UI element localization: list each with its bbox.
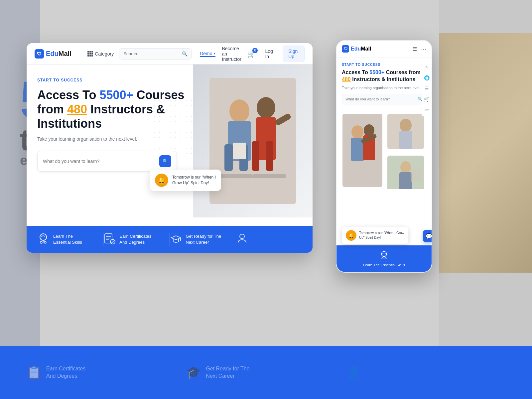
nav-links: Demo ▾ Become an Instructor <box>200 46 242 62</box>
svg-rect-35 <box>399 172 412 189</box>
svg-rect-3 <box>224 144 233 171</box>
mobile-sidebar-globe-icon[interactable]: 🌐 <box>424 75 430 80</box>
hero-illustration <box>209 78 296 204</box>
mobile-hero-section: START TO SUCCESS Access To 5500+ Courses… <box>336 58 432 114</box>
cert-icon <box>103 232 115 244</box>
mobile-people-2 <box>385 114 426 149</box>
svg-point-39 <box>382 257 383 259</box>
logo-text: EduMall <box>46 50 71 58</box>
mobile-people-3 <box>385 156 426 189</box>
start-success-label: START TO SUCCESS <box>37 78 197 82</box>
career-icon <box>170 232 182 247</box>
person-icon <box>236 232 248 247</box>
bg-right-image <box>439 33 532 273</box>
mobile-bottom-label: Learn The Essential Skills <box>363 263 405 267</box>
hero-title-number2: 480 <box>67 102 87 116</box>
svg-point-25 <box>351 125 363 139</box>
svg-rect-17 <box>105 234 112 243</box>
grid-icon <box>87 51 93 57</box>
svg-point-5 <box>257 97 275 118</box>
certificates-text: Earn Certificates And Degrees <box>119 233 151 245</box>
mobile-bottom-bar: Learn The Essential Skills <box>336 245 432 272</box>
mobile-start-success: START TO SUCCESS <box>342 63 426 66</box>
mobile-notif-bell-icon: 🔔 <box>346 230 356 241</box>
mobile-notification: 🔔 Tomorrow is our "When I Grow Up" Spiri… <box>342 227 408 244</box>
hero-search[interactable]: 🔍 <box>37 151 177 172</box>
bg-right-panel <box>439 0 532 399</box>
mobile-sidebar-list-icon[interactable]: ☰ <box>425 86 429 91</box>
mobile-img-cell-1 <box>342 114 383 189</box>
logo-icon: 🛡 <box>35 49 44 59</box>
bottom-item-skills: Learn The Essential Skills <box>37 232 103 247</box>
bottom-item-career: Get Ready for The Next Career <box>170 232 236 247</box>
hero-section: START TO SUCCESS Access To 5500+ Courses… <box>27 65 313 217</box>
navbar-search-icon[interactable]: 🔍 <box>182 51 188 57</box>
bg-bottom-bar: 📋 Earn Certificates And Degrees 🎓 Get Re… <box>0 346 532 399</box>
person-svg <box>236 232 248 244</box>
mobile-logo-text: EduMall <box>351 46 371 52</box>
svg-rect-0 <box>209 78 296 204</box>
bottom-item-more <box>236 232 302 247</box>
mobile-chat-button[interactable]: 💬 <box>423 230 432 242</box>
cart-icon[interactable]: 🛒 0 <box>247 50 256 58</box>
notif-bell-icon: 🔔 <box>155 174 168 187</box>
svg-rect-8 <box>266 141 273 171</box>
mobile-img-grid <box>336 114 432 189</box>
mobile-hamburger-icon[interactable]: ☰ <box>412 46 417 52</box>
bg-certificates-line1: Earn Certificates <box>46 365 85 372</box>
logo[interactable]: 🛡 EduMall <box>35 49 71 59</box>
nav-become-instructor-link[interactable]: Become an Instructor <box>222 46 242 62</box>
career-text: Get Ready for The Next Career <box>186 233 221 245</box>
mobile-logo-icon: 🛡 <box>342 45 349 53</box>
mobile-navbar: 🛡 EduMall ☰ ⋯ <box>336 41 432 58</box>
navbar-search-input[interactable] <box>123 51 179 56</box>
hero-title-prefix: Access To <box>37 88 99 102</box>
hero-subtitle: Take your learning organisation to the n… <box>37 136 197 142</box>
mobile-img-cell-3 <box>385 156 426 189</box>
svg-point-27 <box>364 124 374 136</box>
bg-career-line1: Get Ready for The <box>206 365 249 372</box>
svg-rect-12 <box>253 174 286 178</box>
bg-bottom-item-certificates: 📋 Earn Certificates And Degrees <box>27 365 186 380</box>
brain-icon <box>37 232 49 244</box>
mobile-sidebar-cart-icon[interactable]: 🛒 <box>424 96 430 102</box>
svg-point-40 <box>385 257 386 259</box>
bg-certificates-line2: And Degrees <box>46 372 85 380</box>
mobile-sidebar-icons: ↖ 🌐 ☰ 🛒 ✏ <box>422 61 432 116</box>
svg-rect-7 <box>252 141 259 171</box>
mobile-window: 🛡 EduMall ☰ ⋯ ↖ 🌐 ☰ 🛒 ✏ START TO SUCCESS… <box>336 40 432 273</box>
category-menu[interactable]: Category <box>87 51 114 57</box>
mobile-nav-icons: ☰ ⋯ <box>412 46 426 52</box>
certificate-icon <box>103 232 115 247</box>
svg-point-23 <box>240 234 244 239</box>
login-button[interactable]: Log In <box>261 47 277 61</box>
hero-search-input[interactable] <box>43 159 156 164</box>
svg-point-16 <box>44 241 46 243</box>
cart-badge: 0 <box>252 48 258 53</box>
svg-rect-10 <box>233 143 246 159</box>
skills-icon <box>37 232 49 247</box>
mobile-sidebar-pen-icon[interactable]: ✏ <box>425 107 429 112</box>
grad-icon <box>170 232 182 244</box>
nav-demo-link[interactable]: Demo ▾ <box>200 51 215 57</box>
svg-point-34 <box>400 161 411 173</box>
mobile-logo[interactable]: 🛡 EduMall <box>342 45 371 53</box>
mobile-hero-title: Access To 5500+ Courses from 480 Instruc… <box>342 69 426 83</box>
mobile-more-icon[interactable]: ⋯ <box>421 46 426 52</box>
mobile-search[interactable]: 🔍 <box>342 94 426 104</box>
category-label: Category <box>95 51 114 57</box>
bg-more-icon: 👤 <box>346 365 361 379</box>
svg-rect-36 <box>411 169 421 182</box>
mobile-sidebar-cursor-icon[interactable]: ↖ <box>425 65 429 70</box>
bg-certificates-icon: 📋 <box>27 365 42 379</box>
navbar: 🛡 EduMall Category 🔍 Demo ▾ Become an In… <box>27 43 313 65</box>
bg-career-line2: Next Career <box>206 372 249 380</box>
hero-search-button[interactable]: 🔍 <box>159 155 171 167</box>
notif-text: Tomorrow is our "When I Grow Up" Spirit … <box>172 175 216 186</box>
signup-button[interactable]: Sign Up <box>283 46 305 62</box>
navbar-search[interactable]: 🔍 <box>119 48 192 60</box>
svg-rect-11 <box>219 174 253 178</box>
mobile-bottom-brain-icon <box>379 250 389 262</box>
mobile-search-input[interactable] <box>345 97 416 101</box>
desktop-window: 🛡 EduMall Category 🔍 Demo ▾ Become an In… <box>27 43 313 253</box>
